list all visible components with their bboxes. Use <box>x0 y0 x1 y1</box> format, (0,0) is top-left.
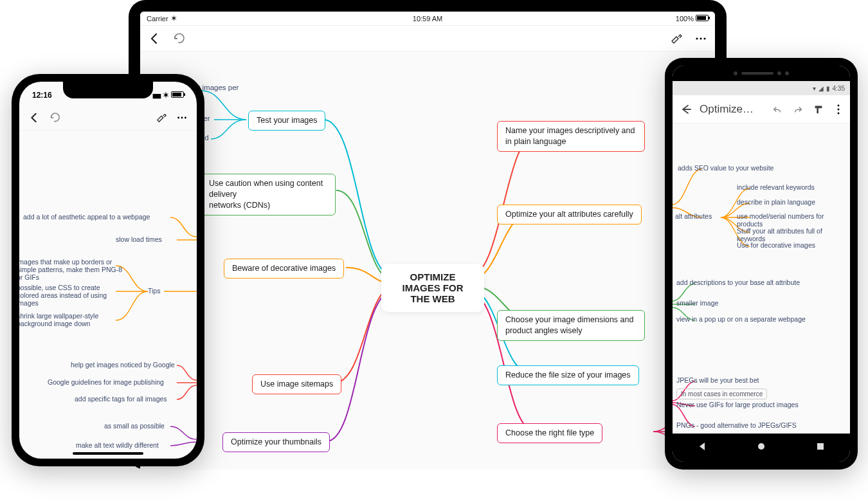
leaf-a2: describe in plain language <box>737 198 815 206</box>
leaf-d2: smaller image <box>676 299 718 307</box>
iphone-device: 12:16 ✶ <box>12 74 204 466</box>
status-time: 10:59 AM <box>413 15 442 23</box>
svg-point-1 <box>700 37 701 39</box>
leaf-tip-1: images that make up borders or simple pa… <box>19 258 123 281</box>
android-top-hardware <box>673 66 850 81</box>
tablet-toolbar <box>140 26 715 51</box>
node-dimensions[interactable]: Choose your image dimensions and product… <box>497 310 645 341</box>
style-icon[interactable] <box>156 112 167 123</box>
svg-point-9 <box>758 443 764 450</box>
tablet-screen: Carrier ✶ 10:59 AM 100% <box>140 12 715 470</box>
nav-recent-icon[interactable] <box>815 441 826 454</box>
node-alt[interactable]: Optimize your alt attributes carefully <box>497 205 642 224</box>
android-screen: ▾ ◢ ▮ 4:35 Optimize… <box>673 66 850 462</box>
leaf-th-1: as small as possible <box>104 422 165 430</box>
leaf-d1: add descriptions to your base alt attrib… <box>676 279 800 286</box>
leaf-f2: Never use GIFs for large product images <box>676 401 799 408</box>
nav-back-icon[interactable] <box>697 441 707 454</box>
leaf-sm-1: help get images noticed by Google <box>71 361 175 369</box>
tablet-canvas[interactable]: OPTIMIZE IMAGES FOR THE WEB Test your im… <box>140 51 715 470</box>
leaf-a4: Stuff your alt attributes full of keywor… <box>737 227 850 242</box>
leaf-dec-2: slow load times <box>116 235 162 243</box>
carrier-label: Carrier ✶ <box>147 14 177 23</box>
android-nav-bar <box>673 434 850 462</box>
svg-point-3 <box>177 116 179 118</box>
android-device: ▾ ◢ ▮ 4:35 Optimize… <box>665 58 858 470</box>
node-cdn[interactable]: Use caution when using content delivery … <box>201 174 336 215</box>
back-icon[interactable] <box>148 32 161 45</box>
iphone-status-icons: ✶ <box>152 91 184 100</box>
style-icon[interactable] <box>670 32 683 45</box>
leaf-tip-2: possible, use CSS to create colored area… <box>19 284 123 307</box>
android-time: 4:35 <box>833 85 845 92</box>
back-icon[interactable] <box>679 103 692 116</box>
leaf-a3: use model/serial numbers for products <box>737 212 850 228</box>
leaf-attr-label: alt attributes <box>675 212 712 220</box>
more-vert-icon[interactable] <box>833 104 844 115</box>
undo-icon[interactable] <box>772 104 783 115</box>
android-canvas[interactable]: adds SEO value to your website alt attri… <box>673 123 850 434</box>
node-sitemaps[interactable]: Use image sitemaps <box>252 374 341 394</box>
node-thumbnails[interactable]: Optimize your thumbnails <box>222 432 330 452</box>
leaf-sm-3: add specific tags for all images <box>75 395 167 403</box>
svg-point-8 <box>838 112 840 114</box>
leaf-d3: view in a pop up or on a separate webpag… <box>676 315 806 323</box>
status-battery: 100% <box>676 15 709 23</box>
leaf-f1-pill: In most cases in ecommerce <box>676 387 767 399</box>
nav-home-icon[interactable] <box>756 441 766 454</box>
svg-point-2 <box>703 37 705 39</box>
svg-point-7 <box>838 108 840 110</box>
svg-point-0 <box>696 37 698 39</box>
signal-icon: ◢ <box>818 85 824 92</box>
battery-icon: ▮ <box>826 85 830 92</box>
svg-point-4 <box>181 116 183 118</box>
svg-rect-10 <box>817 443 824 450</box>
tablet-status-bar: Carrier ✶ 10:59 AM 100% <box>140 12 715 26</box>
leaf-tip-3: shrink large wallpaper-style background … <box>19 312 129 327</box>
leaf-dec-1: add a lot of aesthetic appeal to a webpa… <box>23 213 150 221</box>
iphone-canvas[interactable]: add a lot of aesthetic appeal to a webpa… <box>19 131 197 459</box>
more-icon[interactable] <box>176 112 188 123</box>
node-naming[interactable]: Name your images descriptively and in pl… <box>497 121 645 152</box>
android-status-bar: ▾ ◢ ▮ 4:35 <box>673 81 850 95</box>
leaf-f1: JPEGs will be your best bet <box>676 376 759 384</box>
node-filetype[interactable]: Choose the right file type <box>497 423 602 443</box>
leaf-f3: PNGs - good alternative to JPEGs/GIFS <box>676 421 797 429</box>
wifi-icon: ▾ <box>813 85 816 92</box>
iphone-notch <box>63 82 153 98</box>
iphone-home-indicator <box>73 452 143 455</box>
tablet-device: Carrier ✶ 10:59 AM 100% <box>129 0 727 470</box>
node-decorative[interactable]: Beware of decorative images <box>224 259 344 279</box>
leaf-sm-2: Google guidelines for image publishing <box>48 378 164 386</box>
android-title: Optimize… <box>700 103 764 116</box>
android-toolbar: Optimize… <box>673 95 850 123</box>
leaf-alt-seo: adds SEO value to your website <box>678 164 773 172</box>
redo-icon[interactable] <box>792 104 804 115</box>
svg-point-5 <box>185 116 186 118</box>
format-icon[interactable] <box>813 104 824 115</box>
leaf-tips-label: Tips <box>148 287 160 295</box>
node-filesize[interactable]: Reduce the file size of your images <box>497 365 639 385</box>
iphone-screen: 12:16 ✶ <box>19 82 197 459</box>
node-test-images[interactable]: Test your images <box>248 111 325 131</box>
leaf-th-2: make alt text wildly different <box>76 441 159 449</box>
root-node[interactable]: OPTIMIZE IMAGES FOR THE WEB <box>381 264 484 312</box>
iphone-time: 12:16 <box>32 91 52 100</box>
iphone-toolbar <box>19 105 197 131</box>
svg-point-6 <box>838 104 840 106</box>
more-icon[interactable] <box>694 32 707 45</box>
undo-icon[interactable] <box>172 32 186 45</box>
leaf-a1: include relevant keywords <box>737 183 815 191</box>
back-icon[interactable] <box>28 112 40 123</box>
leaf-a5: Use for decorative images <box>737 241 815 249</box>
undo-icon[interactable] <box>49 112 62 123</box>
